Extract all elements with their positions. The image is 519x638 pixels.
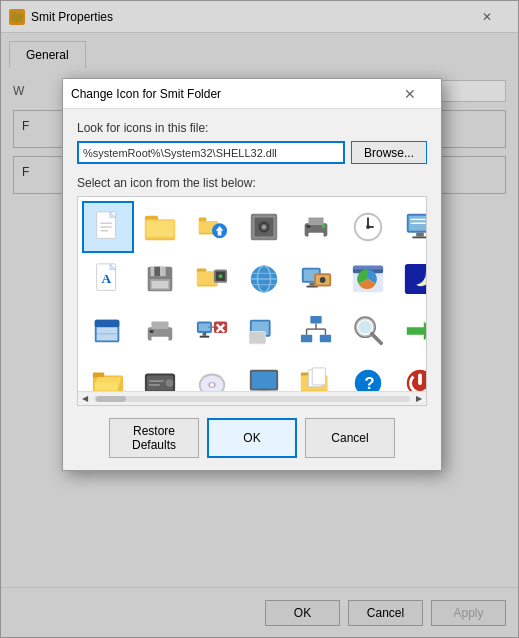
icon-clock[interactable] [342,201,394,253]
svg-point-112 [210,383,214,387]
icon-night[interactable] [394,253,427,305]
restore-defaults-button[interactable]: Restore Defaults [109,418,199,458]
icon-chart[interactable] [342,253,394,305]
svg-rect-114 [252,372,277,389]
svg-rect-24 [308,218,323,226]
svg-rect-78 [203,333,207,336]
change-icon-dialog: Change Icon for Smit Folder ✕ Look for i… [62,78,442,471]
svg-text:A: A [101,271,111,286]
svg-line-100 [372,334,381,343]
dialog-title: Change Icon for Smit Folder [71,87,387,101]
scroll-right-arrow[interactable]: ▶ [412,392,426,406]
dialog-close-button[interactable]: ✕ [387,79,433,109]
svg-rect-37 [412,236,427,238]
icon-network-tree[interactable] [290,305,342,357]
svg-rect-103 [95,383,118,391]
scroll-thumb[interactable] [96,396,126,402]
icon-globe[interactable] [238,253,290,305]
select-icon-label: Select an icon from the list below: [77,176,427,190]
icons-grid-container: A [77,196,427,406]
scroll-left-arrow[interactable]: ◀ [78,392,92,406]
svg-rect-36 [416,233,424,237]
look-for-label: Look for icons in this file: [77,121,427,135]
scroll-track[interactable] [94,396,410,402]
svg-rect-121 [312,368,325,385]
icon-blank-document[interactable] [82,201,134,253]
svg-point-22 [263,226,265,228]
svg-point-106 [166,379,174,387]
icon-floppy[interactable] [134,253,186,305]
file-input-row: Browse... [77,141,427,164]
icon-arrow-right[interactable] [394,305,427,357]
browse-button[interactable]: Browse... [351,141,427,164]
svg-rect-96 [320,335,331,343]
icon-printer[interactable] [290,201,342,253]
svg-rect-108 [149,384,160,386]
svg-rect-75 [150,330,154,333]
dialog-body: Look for icons in this file: Browse... S… [63,109,441,470]
svg-text:?: ? [364,374,374,393]
svg-rect-79 [200,336,209,338]
svg-point-63 [320,277,326,283]
icon-network-monitor[interactable] [290,253,342,305]
icon-computer[interactable] [238,305,290,357]
svg-rect-107 [149,380,164,382]
svg-rect-74 [152,337,169,345]
dialog-buttons: Restore Defaults OK Cancel [77,418,427,458]
svg-rect-89 [250,332,265,343]
svg-point-27 [322,224,326,228]
icons-grid: A [78,197,426,406]
svg-rect-45 [152,281,169,289]
icon-network-drive[interactable] [186,253,238,305]
svg-rect-69 [95,320,120,328]
icon-network-x[interactable] [186,305,238,357]
svg-rect-26 [307,225,311,228]
dialog-titlebar: Change Icon for Smit Folder ✕ [63,79,441,109]
dialog-ok-button[interactable]: OK [207,418,297,458]
icon-printer-2[interactable] [134,305,186,357]
svg-rect-95 [301,335,312,343]
file-path-input[interactable] [77,141,345,164]
icon-document-a[interactable]: A [82,253,134,305]
svg-point-31 [366,225,370,229]
svg-point-51 [219,274,223,278]
svg-rect-25 [308,233,323,241]
icon-monitor-text[interactable] [394,201,427,253]
icon-folder-yellow[interactable] [134,201,186,253]
horizontal-scrollbar[interactable]: ◀ ▶ [78,391,426,405]
svg-rect-16 [218,231,222,236]
svg-rect-73 [152,322,169,330]
svg-rect-90 [310,316,321,324]
icon-hard-drive[interactable] [238,201,290,253]
svg-rect-67 [405,264,427,294]
icon-folder-small[interactable] [186,201,238,253]
svg-rect-10 [147,221,173,236]
svg-point-99 [359,321,372,334]
svg-rect-66 [353,266,383,270]
icon-window-small[interactable] [82,305,134,357]
svg-rect-102 [93,373,104,378]
icon-magnify[interactable] [342,305,394,357]
svg-rect-43 [154,267,160,276]
dialog-cancel-button[interactable]: Cancel [305,418,395,458]
svg-rect-125 [418,374,422,385]
